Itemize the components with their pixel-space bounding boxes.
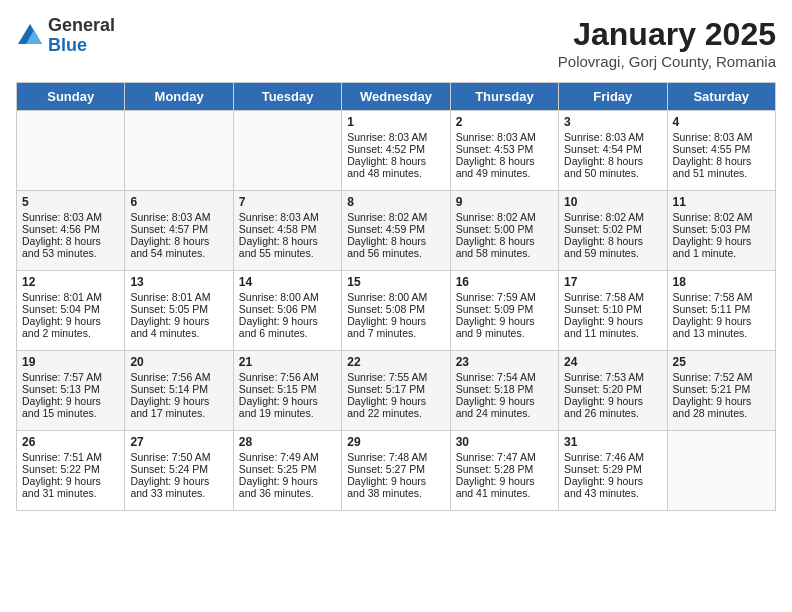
day-info-line: Sunset: 5:28 PM [456,463,553,475]
title-block: January 2025 Polovragi, Gorj County, Rom… [558,16,776,70]
calendar-cell [125,111,233,191]
calendar-cell: 18Sunrise: 7:58 AMSunset: 5:11 PMDayligh… [667,271,775,351]
day-number: 25 [673,355,770,369]
day-info-line: and 11 minutes. [564,327,661,339]
logo-general-text: General [48,16,115,36]
day-info-line: and 31 minutes. [22,487,119,499]
day-info-line: and 51 minutes. [673,167,770,179]
day-number: 14 [239,275,336,289]
day-info-line: Sunset: 5:18 PM [456,383,553,395]
day-number: 3 [564,115,661,129]
day-info-line: Sunset: 4:53 PM [456,143,553,155]
day-info-line: and 22 minutes. [347,407,444,419]
day-info-line: Sunset: 5:27 PM [347,463,444,475]
day-number: 10 [564,195,661,209]
logo-text: General Blue [48,16,115,56]
day-header-tuesday: Tuesday [233,83,341,111]
day-info-line: Sunset: 5:05 PM [130,303,227,315]
calendar-cell: 23Sunrise: 7:54 AMSunset: 5:18 PMDayligh… [450,351,558,431]
calendar-cell: 1Sunrise: 8:03 AMSunset: 4:52 PMDaylight… [342,111,450,191]
day-info-line: and 59 minutes. [564,247,661,259]
day-info-line: Daylight: 8 hours [564,235,661,247]
day-info-line: and 9 minutes. [456,327,553,339]
day-info-line: Sunset: 5:03 PM [673,223,770,235]
day-info-line: Sunset: 5:02 PM [564,223,661,235]
calendar-cell: 8Sunrise: 8:02 AMSunset: 4:59 PMDaylight… [342,191,450,271]
day-info-line: Sunset: 5:24 PM [130,463,227,475]
week-row-2: 5Sunrise: 8:03 AMSunset: 4:56 PMDaylight… [17,191,776,271]
day-info-line: Sunrise: 8:03 AM [347,131,444,143]
calendar-cell [667,431,775,511]
day-info-line: Sunset: 4:52 PM [347,143,444,155]
calendar-cell: 6Sunrise: 8:03 AMSunset: 4:57 PMDaylight… [125,191,233,271]
day-info-line: Sunrise: 7:53 AM [564,371,661,383]
day-header-saturday: Saturday [667,83,775,111]
logo-icon [16,22,44,50]
day-info-line: Sunset: 5:11 PM [673,303,770,315]
logo: General Blue [16,16,115,56]
day-number: 30 [456,435,553,449]
day-number: 13 [130,275,227,289]
day-info-line: Daylight: 9 hours [239,475,336,487]
day-info-line: Sunrise: 7:57 AM [22,371,119,383]
day-number: 17 [564,275,661,289]
day-info-line: Sunset: 5:09 PM [456,303,553,315]
day-info-line: Sunset: 5:22 PM [22,463,119,475]
day-info-line: Sunrise: 7:47 AM [456,451,553,463]
day-info-line: and 33 minutes. [130,487,227,499]
day-info-line: Daylight: 9 hours [347,395,444,407]
calendar-cell: 12Sunrise: 8:01 AMSunset: 5:04 PMDayligh… [17,271,125,351]
day-info-line: Sunrise: 7:46 AM [564,451,661,463]
day-info-line: Sunrise: 8:03 AM [673,131,770,143]
day-info-line: Sunset: 5:20 PM [564,383,661,395]
day-info-line: Sunset: 4:55 PM [673,143,770,155]
calendar-cell: 24Sunrise: 7:53 AMSunset: 5:20 PMDayligh… [559,351,667,431]
day-number: 23 [456,355,553,369]
day-info-line: Sunrise: 8:03 AM [239,211,336,223]
day-number: 5 [22,195,119,209]
day-number: 9 [456,195,553,209]
day-number: 16 [456,275,553,289]
day-info-line: Sunrise: 7:50 AM [130,451,227,463]
day-info-line: Daylight: 9 hours [456,475,553,487]
calendar-body: 1Sunrise: 8:03 AMSunset: 4:52 PMDaylight… [17,111,776,511]
week-row-4: 19Sunrise: 7:57 AMSunset: 5:13 PMDayligh… [17,351,776,431]
calendar-cell: 15Sunrise: 8:00 AMSunset: 5:08 PMDayligh… [342,271,450,351]
day-info-line: Daylight: 9 hours [130,315,227,327]
day-info-line: Sunset: 4:59 PM [347,223,444,235]
day-info-line: Sunset: 5:25 PM [239,463,336,475]
calendar-cell: 20Sunrise: 7:56 AMSunset: 5:14 PMDayligh… [125,351,233,431]
day-info-line: and 58 minutes. [456,247,553,259]
calendar-table: SundayMondayTuesdayWednesdayThursdayFrid… [16,82,776,511]
day-info-line: Sunrise: 8:01 AM [22,291,119,303]
day-info-line: Sunrise: 8:01 AM [130,291,227,303]
day-info-line: Sunrise: 8:03 AM [564,131,661,143]
day-number: 24 [564,355,661,369]
day-info-line: Daylight: 9 hours [673,395,770,407]
day-info-line: Daylight: 9 hours [456,395,553,407]
day-number: 4 [673,115,770,129]
day-info-line: Sunrise: 8:02 AM [456,211,553,223]
day-number: 26 [22,435,119,449]
day-info-line: Sunset: 5:29 PM [564,463,661,475]
day-info-line: and 53 minutes. [22,247,119,259]
day-number: 29 [347,435,444,449]
day-number: 28 [239,435,336,449]
day-info-line: Daylight: 9 hours [22,475,119,487]
day-number: 6 [130,195,227,209]
day-info-line: and 55 minutes. [239,247,336,259]
calendar-cell: 14Sunrise: 8:00 AMSunset: 5:06 PMDayligh… [233,271,341,351]
day-info-line: Sunrise: 8:00 AM [347,291,444,303]
day-info-line: and 49 minutes. [456,167,553,179]
day-info-line: Sunrise: 8:02 AM [673,211,770,223]
calendar-cell: 7Sunrise: 8:03 AMSunset: 4:58 PMDaylight… [233,191,341,271]
day-info-line: Sunrise: 7:54 AM [456,371,553,383]
calendar-cell: 3Sunrise: 8:03 AMSunset: 4:54 PMDaylight… [559,111,667,191]
day-info-line: Daylight: 9 hours [564,475,661,487]
day-info-line: Sunrise: 7:56 AM [130,371,227,383]
calendar-cell: 21Sunrise: 7:56 AMSunset: 5:15 PMDayligh… [233,351,341,431]
day-info-line: and 2 minutes. [22,327,119,339]
day-info-line: and 15 minutes. [22,407,119,419]
calendar-cell: 27Sunrise: 7:50 AMSunset: 5:24 PMDayligh… [125,431,233,511]
calendar-cell: 19Sunrise: 7:57 AMSunset: 5:13 PMDayligh… [17,351,125,431]
